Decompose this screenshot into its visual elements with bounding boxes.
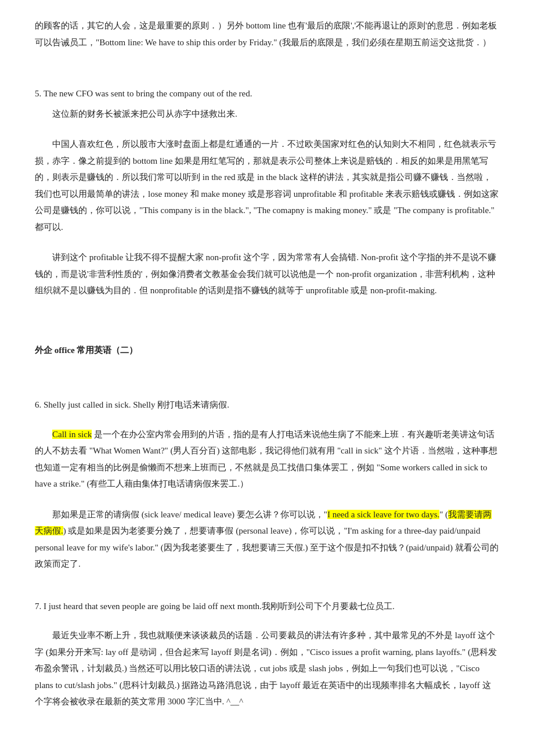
sick-leave-highlight: I need a sick leave for two days. (327, 510, 439, 519)
office-section-title: 外企 office 常用英语（二） (35, 342, 499, 359)
section5-body2: 讲到这个 profitable 让我不得不提醒大家 non-profit 这个字… (35, 249, 499, 299)
section6-body2: 那如果是正常的请病假 (sick leave/ medical leave) 要… (35, 506, 499, 573)
section7-body: 最近失业率不断上升，我也就顺便来谈谈裁员的话题．公司要裁员的讲法有许多种，其中最… (35, 627, 499, 710)
intro-text: 的顾客的话，其它的人会，这是最重要的原则．）另外 bottom line 也有'… (35, 17, 499, 51)
section7-title: 7. I just heard that seven people are go… (35, 598, 499, 615)
section5-block: 5. The new CFO was sent to bring the com… (35, 85, 499, 299)
section5-body1: 中国人喜欢红色，所以股市大涨时盘面上都是红通通的一片．不过欧美国家对红色的认知则… (35, 136, 499, 235)
section7-block: 7. I just heard that seven people are go… (35, 598, 499, 710)
section6-title: 6. Shelly just called in sick. Shelly 刚打… (35, 397, 499, 413)
section6-block: 6. Shelly just called in sick. Shelly 刚打… (35, 397, 499, 573)
page-content: 的顾客的话，其它的人会，这是最重要的原则．）另外 bottom line 也有'… (35, 17, 499, 710)
office-section-title-block: 外企 office 常用英语（二） (35, 342, 499, 359)
intro-block: 的顾客的话，其它的人会，这是最重要的原则．）另外 bottom line 也有'… (35, 17, 499, 51)
section6-body1: Call in sick 是一个在办公室内常会用到的片语，指的是有人打电话来说他… (35, 426, 499, 492)
call-in-sick-highlight: Call in sick (52, 430, 92, 439)
section5-sub: 这位新的财务长被派来把公司从赤字中拯救出来. (35, 106, 499, 123)
section5-title: 5. The new CFO was sent to bring the com… (35, 85, 499, 102)
